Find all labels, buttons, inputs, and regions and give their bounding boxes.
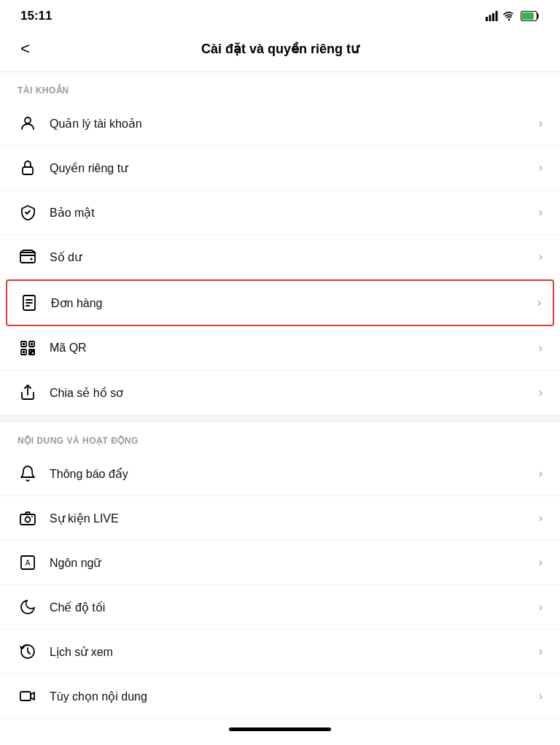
user-icon xyxy=(18,113,38,134)
camera-icon xyxy=(18,508,38,528)
qr-icon xyxy=(18,338,38,358)
header: < Cài đặt và quyền riêng tư xyxy=(0,29,560,72)
chevron-icon-don-hang: › xyxy=(537,296,541,309)
section-label-1: NỘI DUNG VÀ HOẠT ĐỘNG xyxy=(0,422,560,452)
bell-icon xyxy=(18,463,38,484)
svg-rect-32 xyxy=(20,692,31,700)
menu-item-su-kien-live[interactable]: Sự kiện LIVE› xyxy=(0,496,560,541)
menu-label-so-du: Số dư xyxy=(50,250,539,264)
menu-item-bao-mat[interactable]: Bảo mật› xyxy=(0,190,560,235)
status-time: 15:11 xyxy=(20,9,52,23)
menu-item-thong-bao-day[interactable]: Thông báo đẩy› xyxy=(0,452,560,496)
language-icon: A xyxy=(18,552,38,573)
svg-rect-22 xyxy=(33,350,34,351)
menu-label-tuy-chon-noi-dung: Tùy chọn nội dung xyxy=(50,690,539,703)
menu-label-lich-su-xem: Lịch sử xem xyxy=(50,645,539,659)
svg-rect-20 xyxy=(23,351,25,353)
chevron-icon-quan-ly-tai-khoan: › xyxy=(539,117,542,130)
svg-rect-18 xyxy=(31,343,33,345)
chevron-icon-lich-su-xem: › xyxy=(539,645,542,658)
chevron-icon-tuy-chon-noi-dung: › xyxy=(539,690,542,703)
svg-text:A: A xyxy=(26,559,31,567)
svg-rect-23 xyxy=(29,353,31,355)
svg-rect-1 xyxy=(489,15,491,22)
menu-item-ngon-ngu[interactable]: ANgôn ngữ› xyxy=(0,541,560,585)
menu-item-chia-se-ho-so[interactable]: Chia sẻ hồ sơ› xyxy=(0,371,560,415)
page-title: Cài đặt và quyền riêng tư xyxy=(201,41,359,57)
share-icon xyxy=(18,382,38,403)
menu-item-don-hang[interactable]: Đơn hàng› xyxy=(6,279,554,326)
back-button[interactable]: < xyxy=(15,36,36,61)
menu-label-ma-qr: Mã QR xyxy=(50,341,539,355)
menu-item-so-du[interactable]: Số dư› xyxy=(0,235,560,279)
svg-point-28 xyxy=(31,516,33,517)
menu-item-che-do-toi[interactable]: Chế độ tối› xyxy=(0,585,560,630)
chevron-icon-so-du: › xyxy=(539,250,542,263)
battery-icon xyxy=(521,11,540,21)
chevron-icon-quyen-rieng-tu: › xyxy=(539,161,542,174)
section-divider xyxy=(0,415,560,422)
wifi-icon xyxy=(503,11,516,21)
svg-point-10 xyxy=(31,258,33,260)
svg-rect-0 xyxy=(486,17,488,21)
history-icon xyxy=(18,641,38,662)
svg-rect-26 xyxy=(20,514,35,525)
menu-item-ma-qr[interactable]: Mã QR› xyxy=(0,326,560,371)
menu-label-quyen-rieng-tu: Quyền riêng tư xyxy=(50,161,539,175)
status-bar: 15:11 xyxy=(0,0,560,29)
menu-item-tuy-chon-noi-dung[interactable]: Tùy chọn nội dung› xyxy=(0,674,560,719)
svg-rect-8 xyxy=(23,167,33,174)
chevron-icon-che-do-toi: › xyxy=(539,601,542,614)
moon-icon xyxy=(18,597,38,617)
menu-label-che-do-toi: Chế độ tối xyxy=(50,601,539,614)
menu-label-bao-mat: Bảo mật xyxy=(50,206,539,220)
chevron-icon-thong-bao-day: › xyxy=(539,467,542,480)
video-icon xyxy=(18,686,38,706)
chevron-icon-bao-mat: › xyxy=(539,206,542,219)
menu-item-quyen-rieng-tu[interactable]: Quyền riêng tư› xyxy=(0,146,560,190)
menu-item-quan-ly-tai-khoan[interactable]: Quản lý tài khoản› xyxy=(0,101,560,146)
svg-point-27 xyxy=(26,517,31,522)
svg-rect-16 xyxy=(23,343,25,345)
shield-icon xyxy=(18,202,38,223)
lock-icon xyxy=(18,158,38,178)
menu-item-lich-su-xem[interactable]: Lịch sử xem› xyxy=(0,630,560,674)
section-label-0: TÀI KHOẢN xyxy=(0,72,560,101)
svg-point-7 xyxy=(25,117,31,123)
menu-label-quan-ly-tai-khoan: Quản lý tài khoản xyxy=(50,117,539,131)
menu-label-ngon-ngu: Ngôn ngữ xyxy=(50,556,539,570)
svg-rect-3 xyxy=(496,11,498,21)
menu-label-thong-bao-day: Thông báo đẩy xyxy=(50,467,539,481)
chevron-icon-su-kien-live: › xyxy=(539,512,542,525)
status-icons xyxy=(486,11,540,21)
menu-label-don-hang: Đơn hàng xyxy=(51,296,537,310)
menu-label-chia-se-ho-so: Chia sẻ hồ sơ xyxy=(50,386,539,400)
wallet-icon xyxy=(18,247,38,267)
home-indicator xyxy=(229,727,331,731)
order-icon xyxy=(19,293,39,313)
chevron-icon-chia-se-ho-so: › xyxy=(539,386,542,399)
svg-rect-6 xyxy=(522,12,534,20)
signal-icon xyxy=(486,11,499,21)
svg-rect-2 xyxy=(492,13,494,21)
chevron-icon-ma-qr: › xyxy=(539,341,542,355)
svg-rect-9 xyxy=(20,252,35,263)
chevron-icon-ngon-ngu: › xyxy=(539,556,542,569)
svg-rect-24 xyxy=(31,352,34,355)
menu-label-su-kien-live: Sự kiện LIVE xyxy=(50,512,539,525)
svg-point-4 xyxy=(508,19,510,21)
